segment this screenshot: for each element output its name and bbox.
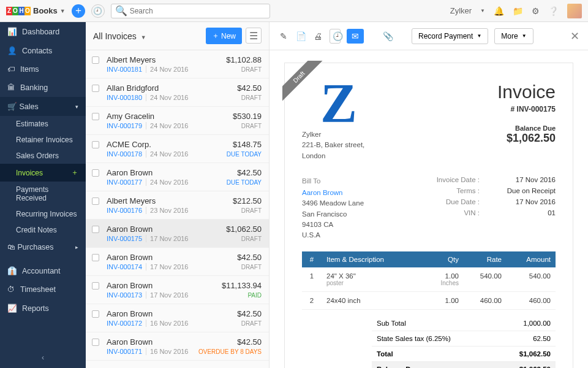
folder-icon[interactable]: 📁 xyxy=(513,6,523,16)
avatar[interactable] xyxy=(567,4,582,18)
invoice-meta: Invoice Date :17 Nov 2016Terms :Due on R… xyxy=(424,176,556,241)
new-label: New xyxy=(221,32,236,40)
row-checkbox[interactable] xyxy=(92,169,99,177)
list-filter-dropdown[interactable]: All Invoices ▼ xyxy=(93,31,146,41)
invoice-list-item[interactable]: ACME Corp. INV-00017824 Nov 2016 $148.75… xyxy=(86,135,269,163)
meta-label: VIN : xyxy=(424,209,480,217)
nav-icon: 👔 xyxy=(7,266,17,275)
meta-label: Invoice Date : xyxy=(424,176,480,183)
global-search[interactable]: 🔍 xyxy=(111,4,270,18)
sidebar-sub-estimates[interactable]: Estimates xyxy=(0,116,86,132)
row-checkbox[interactable] xyxy=(92,197,99,205)
app-logo[interactable]: ZOHO Books ▼ xyxy=(6,6,66,15)
list-menu-button[interactable]: ☰ xyxy=(246,28,262,44)
sidebar-item-contacts[interactable]: 👤Contacts xyxy=(0,41,86,60)
row-checkbox[interactable] xyxy=(92,56,99,64)
col-amt: Amount xyxy=(507,251,556,267)
sidebar-collapse[interactable]: ‹ xyxy=(0,347,86,368)
sidebar-label: Purchases xyxy=(17,243,53,251)
reminder-icon[interactable]: 🕘 xyxy=(330,29,341,44)
help-icon[interactable]: ❔ xyxy=(548,6,559,16)
total-row: Balance Due$1,062.50 xyxy=(372,361,556,368)
col-qty: Qty xyxy=(427,251,464,267)
invoice-status: DRAFT xyxy=(241,264,262,270)
button-label: Record Payment xyxy=(418,32,473,40)
invoice-list-item[interactable]: Amy Gracelin INV-00017924 Nov 2016 $530.… xyxy=(86,107,269,135)
invoice-amount: $42.50 xyxy=(237,253,262,262)
sidebar-sub-payments-received[interactable]: Payments Received xyxy=(0,182,86,206)
invoice-list-item[interactable]: Albert Meyers INV-00017623 Nov 2016 $212… xyxy=(86,191,269,220)
sidebar-sub-invoices[interactable]: Invoices＋ xyxy=(0,164,86,182)
invoice-number: INV-000173 xyxy=(107,291,142,299)
customer-link[interactable]: Aaron Brown xyxy=(302,188,364,198)
mail-icon[interactable]: ✉ xyxy=(347,29,364,44)
close-icon[interactable]: ✕ xyxy=(570,29,579,43)
invoice-list-item[interactable]: Aaron Brown INV-00017116 Nov 2016 $42.50… xyxy=(86,332,269,361)
invoice-amount: $11,133.94 xyxy=(222,281,262,290)
edit-icon[interactable]: ✎ xyxy=(278,31,289,41)
sidebar-item-dashboard[interactable]: 📊Dashboard xyxy=(0,22,86,41)
search-input[interactable] xyxy=(130,7,266,15)
invoice-amount: $212.50 xyxy=(233,196,262,205)
new-invoice-button[interactable]: ＋ New xyxy=(206,28,242,44)
sidebar-item-items[interactable]: 🏷Items xyxy=(0,60,86,79)
invoice-amount: $42.50 xyxy=(237,309,262,318)
sidebar-sub-retainer-invoices[interactable]: Retainer Invoices xyxy=(0,132,86,148)
attach-icon[interactable]: 📎 xyxy=(382,31,393,41)
button-label: More xyxy=(501,32,518,40)
recent-button[interactable]: 🕘 xyxy=(91,4,105,18)
meta-value: Due on Receipt xyxy=(494,187,556,194)
row-checkbox[interactable] xyxy=(92,226,99,233)
row-checkbox[interactable] xyxy=(92,113,99,120)
invoice-list-item[interactable]: Aaron Brown INV-00017724 Nov 2016 $42.50… xyxy=(86,163,269,191)
invoice-list-item[interactable]: Aaron Brown INV-00017216 Nov 2016 $42.50… xyxy=(86,304,269,332)
sidebar-item-accountant[interactable]: 👔Accountant xyxy=(0,261,86,280)
sidebar-item-label: Credit Notes xyxy=(16,226,57,234)
invoice-date: 23 Nov 2016 xyxy=(150,207,188,214)
print-icon[interactable]: 🖨 xyxy=(312,31,323,41)
sidebar-sub-credit-notes[interactable]: Credit Notes xyxy=(0,222,86,238)
gear-icon[interactable]: ⚙ xyxy=(532,6,540,16)
invoice-status: DRAFT xyxy=(241,236,262,242)
org-name[interactable]: Zylker xyxy=(450,6,472,15)
pdf-icon[interactable]: 📄 xyxy=(295,31,306,41)
sidebar-sub-recurring-invoices[interactable]: Recurring Invoices xyxy=(0,206,86,222)
invoice-number: INV-000175 xyxy=(107,235,142,242)
invoice-list-item[interactable]: Aaron Brown INV-00017317 Nov 2016 $11,13… xyxy=(86,276,269,304)
bag-icon: 🛍 xyxy=(7,243,15,251)
balance-due-label: Balance Due xyxy=(497,125,556,132)
sidebar-item-banking[interactable]: 🏛Banking xyxy=(0,79,86,97)
row-checkbox[interactable] xyxy=(92,310,99,318)
col-rate: Rate xyxy=(464,251,507,267)
quick-add-button[interactable]: ＋ xyxy=(72,4,85,18)
sidebar-section-sales[interactable]: 🛒 Sales ▾ xyxy=(0,97,86,116)
invoice-amount: $42.50 xyxy=(237,83,262,93)
invoice-amount: $1,062.50 xyxy=(226,224,262,234)
invoice-number: INV-000180 xyxy=(107,94,142,101)
row-checkbox[interactable] xyxy=(92,85,99,92)
sidebar-item-label: Accountant xyxy=(22,267,61,275)
row-checkbox[interactable] xyxy=(92,141,99,148)
sidebar-item-label: Timesheet xyxy=(20,285,56,294)
total-row: State Sales tax (6.25%)62.50 xyxy=(372,331,556,346)
caret-down-icon: ▼ xyxy=(477,33,481,39)
sidebar-section-purchases[interactable]: 🛍 Purchases ▸ xyxy=(0,238,86,256)
sidebar-sub-sales-orders[interactable]: Sales Orders xyxy=(0,148,86,164)
more-button[interactable]: More ▼ xyxy=(494,28,533,44)
invoice-list-item[interactable]: Albert Meyers INV-00018124 Nov 2016 $1,1… xyxy=(86,50,269,79)
row-checkbox[interactable] xyxy=(92,282,99,289)
invoice-status: DUE TODAY xyxy=(227,151,262,158)
sidebar-item-timesheet[interactable]: ⏱Timesheet xyxy=(0,280,86,299)
invoice-amount: $42.50 xyxy=(237,168,262,177)
invoice-list-item[interactable]: Aaron Brown INV-00017417 Nov 2016 $42.50… xyxy=(86,248,269,276)
invoice-document: Draft Z Zylker 221-B, Baker street, Lond… xyxy=(284,63,573,368)
record-payment-button[interactable]: Record Payment ▼ xyxy=(412,28,488,44)
row-checkbox[interactable] xyxy=(92,254,99,261)
invoice-date: 24 Nov 2016 xyxy=(150,122,188,129)
sidebar-item-reports[interactable]: 📈Reports xyxy=(0,299,86,318)
invoice-list-item[interactable]: Aaron Brown INV-00017517 Nov 2016 $1,062… xyxy=(86,220,269,248)
plus-icon[interactable]: ＋ xyxy=(71,167,78,178)
bell-icon[interactable]: 🔔 xyxy=(494,6,504,16)
invoice-list-item[interactable]: Allan Bridgford INV-00018024 Nov 2016 $4… xyxy=(86,79,269,107)
row-checkbox[interactable] xyxy=(92,339,99,346)
